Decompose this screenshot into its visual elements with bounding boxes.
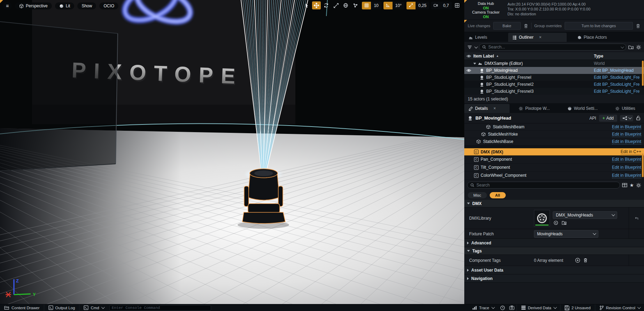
scale-snap-control[interactable]: 0,25 [406, 2, 429, 9]
outliner-column-header[interactable]: Item Label ▲ Type [464, 52, 644, 60]
insights-timer-button[interactable] [498, 304, 507, 311]
derived-data-button[interactable]: Derived Data [517, 304, 560, 311]
select-tool[interactable] [302, 1, 311, 9]
actor-label[interactable]: BP_StudioLight_Fresnel2 [486, 82, 534, 87]
trash-icon[interactable] [523, 23, 528, 29]
component-label[interactable]: DMX (DMX) [481, 150, 503, 154]
camera-speed-value[interactable]: 0,7 [440, 2, 452, 9]
unsaved-button[interactable]: 2 Unsaved [560, 304, 595, 311]
viewport-3d[interactable]: PIXOTOPE PIXOTOPE [0, 0, 464, 304]
filter-all[interactable]: All [490, 192, 506, 198]
camera-speed-control[interactable]: 0,7 [431, 2, 452, 9]
tree-row-world[interactable]: DMXSample (Editor) World [464, 60, 644, 67]
edit-blueprint-link[interactable]: Edit BP_MovingHead [594, 68, 634, 73]
trace-button[interactable]: Trace [468, 304, 498, 311]
component-row[interactable]: StaticMeshBase Edit in Blueprint [464, 138, 644, 145]
tab-outliner[interactable]: Outliner × [508, 33, 567, 42]
trash-icon[interactable] [583, 258, 588, 263]
tree-row-actor[interactable]: BP_MovingHead Edit BP_MovingHead [464, 67, 644, 74]
section-asset-user-data[interactable]: Asset User Data [464, 266, 644, 274]
perspective-selector[interactable]: Perspective [15, 2, 52, 9]
browse-to-asset-icon[interactable] [562, 220, 567, 225]
blueprint-graph-button[interactable] [620, 115, 633, 121]
viewport-layout-icon[interactable] [453, 1, 461, 9]
filter-icon[interactable] [467, 45, 472, 50]
component-row[interactable]: StaticMeshBeam Edit in Blueprint [464, 123, 644, 131]
rotation-snap-control[interactable]: 10° [383, 2, 404, 9]
edit-in-blueprint-link[interactable]: Edit in Blueprint [612, 139, 641, 144]
tab-place-actors[interactable]: Place Actors [573, 33, 611, 42]
expand-arrow-icon[interactable] [473, 63, 476, 65]
component-label[interactable]: StaticMeshBeam [493, 124, 525, 129]
viewport-options-menu[interactable]: ≡ [3, 2, 12, 10]
component-row[interactable]: C Pan_Component Edit in Blueprint [464, 156, 644, 164]
bake-button[interactable]: Bake [493, 22, 521, 30]
rotate-tool[interactable] [322, 1, 331, 9]
column-item-label[interactable]: Item Label [473, 54, 494, 59]
close-tab-icon[interactable]: × [494, 106, 496, 111]
edit-in-blueprint-link[interactable]: Edit in Blueprint [612, 132, 641, 137]
edit-in-cpp-link[interactable]: Edit in C++ [621, 149, 641, 154]
tree-row-actor[interactable]: BP_StudioLight_Fresnel2 Edit BP_StudioLi… [464, 81, 644, 88]
visibility-eye-icon[interactable] [466, 69, 471, 72]
actor-label[interactable]: BP_StudioLight_Fresnel3 [486, 89, 534, 94]
edit-blueprint-link[interactable]: Edit BP_StudioLight_Fre [594, 89, 639, 94]
trash-icon[interactable] [636, 23, 641, 29]
component-label[interactable]: Tilt_Component [481, 165, 510, 170]
eye-icon[interactable] [466, 54, 471, 58]
show-flags-menu[interactable]: Show [77, 2, 96, 9]
component-label[interactable]: StaticMeshYoke [488, 132, 518, 137]
component-label[interactable]: ColorWheel_Component [481, 173, 526, 178]
rotation-snap-value[interactable]: 10° [393, 2, 404, 9]
actor-label[interactable]: BP_MovingHead [486, 68, 518, 73]
edit-in-blueprint-link[interactable]: Edit in Blueprint [612, 124, 641, 130]
fixture-patch-dropdown[interactable]: MovingHeads [534, 230, 598, 238]
gear-icon[interactable] [636, 45, 641, 50]
edit-in-blueprint-link[interactable]: Edit in Blueprint [612, 173, 641, 178]
filter-misc[interactable]: Misc [468, 192, 487, 198]
ocio-menu[interactable]: OCIO [99, 2, 118, 9]
section-dmx[interactable]: DMX [464, 200, 644, 207]
component-row[interactable]: C ColorWheel_Component Edit in Blueprint [464, 172, 644, 180]
close-tab-icon[interactable]: × [539, 35, 542, 40]
tab-utilities[interactable]: Utilities [611, 104, 639, 113]
edit-blueprint-link[interactable]: Edit BP_StudioLight_Fre [594, 75, 639, 80]
add-component-button[interactable]: + Add [599, 115, 617, 122]
component-row[interactable]: C Tilt_Component Edit in Blueprint [464, 164, 644, 172]
move-tool[interactable] [312, 1, 321, 9]
outliner-scrollbar[interactable] [642, 61, 644, 86]
use-selected-asset-icon[interactable] [553, 220, 558, 225]
column-type[interactable]: Type [594, 54, 642, 59]
screenshot-button[interactable] [507, 304, 517, 311]
chevron-down-icon[interactable] [621, 45, 624, 48]
outliner-search-input-wrap[interactable] [479, 44, 626, 51]
component-label[interactable]: Pan_Component [481, 157, 512, 162]
tree-row-actor[interactable]: BP_StudioLight_Fresnel3 Edit BP_StudioLi… [464, 88, 644, 95]
details-search-input-wrap[interactable] [467, 182, 620, 189]
turn-to-live-changes-button[interactable]: Turn to live changes [565, 22, 633, 30]
cmd-selector[interactable]: Cmd [79, 304, 108, 311]
tab-world-settings[interactable]: World Setti... [563, 104, 602, 113]
component-row-selected[interactable]: C DMX (DMX) Edit in C++ [464, 148, 644, 156]
revision-control-button[interactable]: Revision Control [595, 304, 644, 311]
gear-icon[interactable] [636, 183, 641, 188]
output-log-button[interactable]: Output Log [44, 304, 79, 311]
dmx-library-thumbnail[interactable] [534, 210, 550, 227]
surface-snap-icon[interactable] [351, 1, 360, 9]
dmx-library-dropdown[interactable]: DMX_MovingHeads [553, 211, 617, 219]
add-element-icon[interactable] [575, 258, 580, 263]
scale-snap-value[interactable]: 0,25 [416, 2, 429, 9]
new-folder-icon[interactable] [628, 45, 634, 50]
chevron-down-icon[interactable] [474, 45, 478, 48]
api-label[interactable]: API [589, 116, 596, 121]
grid-snap-value[interactable]: 10 [371, 2, 381, 9]
tree-row-actor[interactable]: BP_StudioLight_Fresnel Edit BP_StudioLig… [464, 74, 644, 81]
section-navigation[interactable]: Navigation [464, 274, 644, 283]
grid-snap-control[interactable]: 10 [362, 2, 381, 9]
edit-in-blueprint-link[interactable]: Edit in Blueprint [612, 157, 641, 162]
actor-label[interactable]: BP_StudioLight_Fresnel [486, 75, 531, 80]
section-advanced[interactable]: Advanced [464, 239, 644, 247]
world-row-label[interactable]: DMXSample (Editor) [484, 61, 523, 66]
scale-tool[interactable] [332, 1, 340, 9]
coordinate-space-globe-icon[interactable] [341, 1, 350, 9]
